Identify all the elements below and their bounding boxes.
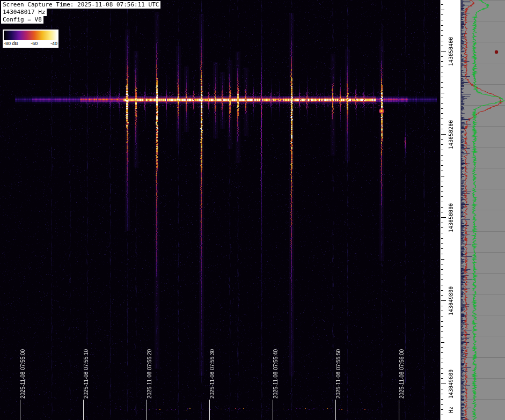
capture-info-overlay: Screen Capture Time: 2025-11-08 07:56:11… xyxy=(1,1,160,24)
time-axis-label: 2025-11-08 07:56:00 xyxy=(399,349,405,399)
frequency-unit-label: Hz xyxy=(448,407,454,413)
time-axis-label: 2025-11-08 07:55:50 xyxy=(335,349,341,399)
frequency-axis-label: 143049600 xyxy=(448,370,454,399)
color-scale-labels: -80 dB -60 -40 xyxy=(4,40,57,47)
time-axis-label: 2025-11-08 07:55:30 xyxy=(209,349,215,399)
capture-time-text: Screen Capture Time: 2025-11-08 07:56:11… xyxy=(1,1,160,9)
time-axis-label: 2025-11-08 07:55:00 xyxy=(20,349,26,399)
frequency-axis-label: 143050200 xyxy=(448,120,454,149)
time-axis-label: 2025-11-08 07:55:20 xyxy=(147,349,152,399)
center-frequency-text: 143048017 Hz xyxy=(1,9,47,16)
color-scale-gradient xyxy=(4,31,57,40)
legend-max-label: -40 xyxy=(50,41,57,47)
time-axis-label: 2025-11-08 07:55:10 xyxy=(83,349,89,399)
legend-mid-label: -60 xyxy=(31,41,38,47)
config-text: Config = V8 xyxy=(1,16,43,24)
frequency-axis-label: 143050000 xyxy=(448,203,454,232)
time-axis-label: 2025-11-08 07:55:40 xyxy=(273,349,279,399)
color-scale-legend: -80 dB -60 -40 xyxy=(3,30,58,48)
frequency-axis-label: 143050400 xyxy=(448,37,454,66)
spectrum-monitor-window: Screen Capture Time: 2025-11-08 07:56:11… xyxy=(0,0,505,420)
waterfall-spectrogram-canvas xyxy=(0,0,505,420)
legend-min-label: -80 dB xyxy=(4,41,18,47)
frequency-axis-label: 143049800 xyxy=(448,286,454,315)
